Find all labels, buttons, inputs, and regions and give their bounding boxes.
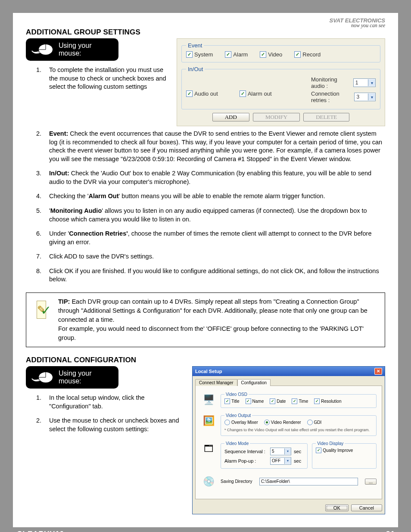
cfg-step-2: Use the mouse to check or uncheck boxes …	[43, 417, 184, 433]
chevron-down-icon: ▾	[284, 448, 291, 454]
mouse-icon	[30, 41, 54, 58]
video-mode-legend: Video Mode	[224, 441, 250, 446]
saving-directory-input[interactable]: C:\SaveFolder\	[259, 478, 358, 485]
mouse-badge-2: Using your mouse:	[26, 366, 118, 389]
step-6: Under 'Connection Retries', choose the n…	[43, 230, 385, 246]
add-button[interactable]: ADD	[212, 113, 249, 121]
sequence-interval-label: Sequence Interval :	[224, 449, 268, 454]
step-3: In/Out: Check the 'Audio Out' box to ena…	[43, 169, 385, 186]
video-display-legend: Video Display	[316, 441, 345, 446]
page-footer: CLEARVU10 81	[13, 527, 398, 532]
chevron-down-icon: ▾	[368, 79, 375, 86]
close-button[interactable]: ✕	[374, 368, 382, 375]
checkbox-video[interactable]: ✓Video	[260, 51, 282, 58]
cancel-button[interactable]: Cancel	[351, 504, 382, 511]
section-title-2: ADDITIONAL CONFIGURATION	[26, 356, 385, 364]
checkbox-resolution[interactable]: ✓Resolution	[314, 398, 341, 404]
chevron-down-icon: ▾	[284, 458, 291, 464]
mouse-icon	[30, 369, 54, 386]
checkbox-date[interactable]: ✓Date	[270, 398, 286, 404]
connection-retries-label: Connection retries :	[311, 90, 352, 103]
radio-overlay-mixer[interactable]: Overlay Mixer	[224, 420, 258, 425]
display-icon: 🖼️	[201, 413, 216, 429]
video-output-note: * Changes to the Video Output will not t…	[224, 428, 373, 432]
event-panel: Event ✓System ✓Alarm ✓Video ✓Record In/O…	[177, 38, 385, 126]
local-setup-window: Local Setup ✕ Connect Manager Configurat…	[192, 366, 385, 514]
connection-retries-dropdown[interactable]: 3▾	[354, 93, 376, 101]
tab-connect-manager[interactable]: Connect Manager	[195, 379, 237, 386]
video-osd-legend: Video OSD	[224, 392, 249, 397]
mouse-badge-text: Using your mouse:	[59, 370, 114, 385]
window-title: Local Setup	[195, 369, 222, 374]
tip-icon: ✎	[37, 301, 46, 319]
ok-button[interactable]: OK	[325, 504, 349, 511]
delete-button[interactable]: DELETE	[303, 113, 349, 121]
browse-button[interactable]: ...	[365, 479, 377, 485]
checkbox-alarm-out[interactable]: ✓Alarm out	[240, 83, 272, 105]
video-output-legend: Video Output	[224, 413, 252, 418]
chevron-down-icon: ▾	[368, 93, 375, 100]
mode-icon: 🗔	[201, 441, 216, 457]
radio-gdi[interactable]: GDI	[307, 420, 322, 425]
mouse-badge-text: Using your mouse:	[59, 42, 114, 57]
monitoring-audio-dropdown[interactable]: 1▾	[353, 78, 376, 87]
radio-video-renderer[interactable]: Video Renderer	[264, 420, 301, 425]
event-legend: Event	[186, 42, 204, 49]
checkbox-title[interactable]: ✓Title	[224, 398, 240, 404]
tip-box: ✎ TIP: Each DVR group can contain up to …	[26, 292, 385, 347]
section-title-1: ADDITIONAL GROUP SETTINGS	[26, 28, 385, 37]
tab-configuration[interactable]: Configuration	[237, 379, 271, 386]
checkbox-time[interactable]: ✓Time	[292, 398, 308, 404]
alarm-popup-label: Alarm Pop-up :	[224, 458, 268, 464]
inout-legend: In/Out	[186, 66, 205, 72]
checkbox-name[interactable]: ✓Name	[246, 398, 264, 404]
step-5: 'Monitoring Audio' allows you to listen …	[43, 207, 385, 224]
saving-directory-label: Saving Directory	[221, 479, 255, 484]
modify-button[interactable]: MODIFY	[253, 113, 300, 121]
disc-icon: 💿	[201, 474, 216, 489]
tagline-text: now you can see	[351, 22, 385, 29]
checkbox-audio-out[interactable]: ✓Audio out	[186, 83, 218, 105]
monitor-icon: 🖥️	[201, 392, 216, 408]
alarm-popup-dropdown[interactable]: OFF▾	[270, 457, 291, 465]
cfg-step-1: In the local setup window, click the "Co…	[43, 394, 184, 411]
sequence-interval-dropdown[interactable]: 5▾	[270, 448, 291, 455]
step-4: Checking the 'Alarm Out' button means yo…	[43, 192, 385, 201]
checkbox-system[interactable]: ✓System	[186, 51, 213, 58]
checkbox-alarm[interactable]: ✓Alarm	[225, 51, 248, 58]
checkbox-quality-improve[interactable]: ✓Quality Improve	[316, 448, 373, 453]
footer-product: CLEARVU10	[16, 530, 64, 532]
monitoring-audio-label: Monitoring audio :	[311, 76, 351, 89]
step-7: Click ADD to save the DVR's settings.	[43, 252, 385, 261]
step-1: To complete the installation you must us…	[43, 66, 168, 91]
footer-page-number: 81	[386, 530, 395, 532]
mouse-badge: Using your mouse:	[26, 38, 118, 61]
step-8: Click OK if you are finished. If you wou…	[43, 267, 385, 284]
step-2: Event: Check the event occurrences that …	[43, 130, 385, 163]
checkbox-record[interactable]: ✓Record	[294, 51, 321, 58]
